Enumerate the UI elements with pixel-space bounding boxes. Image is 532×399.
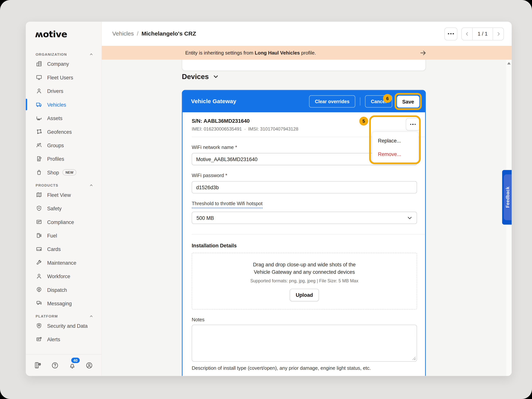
sidebar-item-shop[interactable]: Shop NEW [26, 165, 101, 179]
tutorial-step-badge-5: 5 [359, 117, 368, 125]
main-area: Vehicles / Michelangelo's CRZ 1 / 1 Enti… [102, 22, 512, 376]
dropzone-formats: Supported formats: png, jpg, jpeg | File… [250, 278, 358, 283]
sidebar-item-label: Geofences [47, 129, 72, 134]
app-window: ʍotive ORGANIZATION Company Fleet Users … [26, 22, 512, 376]
notifications-bell-icon[interactable]: 40 [68, 361, 76, 369]
sidebar-item-messaging[interactable]: Messaging [26, 297, 101, 310]
notes-field-wrapper [192, 325, 417, 362]
divider [192, 234, 425, 234]
sidebar-item-security-and-data[interactable]: Security and Data [26, 319, 101, 332]
previous-card-bottom [182, 60, 426, 71]
sidebar: ʍotive ORGANIZATION Company Fleet Users … [26, 22, 102, 376]
building-icon [36, 60, 42, 67]
sidebar-item-fleet-users[interactable]: Fleet Users [26, 70, 101, 84]
upload-button[interactable]: Upload [290, 289, 319, 301]
sidebar-bottom-bar: 40 [26, 354, 101, 376]
clear-overrides-button[interactable]: Clear overrides [309, 95, 355, 108]
wifi-password-input[interactable] [192, 181, 417, 193]
sidebar-item-assets[interactable]: Assets [26, 111, 101, 125]
save-button[interactable]: Save [397, 95, 419, 107]
notes-description-hint: Description of install type (covert/open… [192, 365, 417, 371]
sidebar-item-label: Security and Data [47, 323, 88, 329]
sidebar-item-alerts[interactable]: Alerts [26, 332, 101, 346]
sidebar-organization-list: Company Fleet Users Drivers Vehicles [26, 57, 101, 179]
sidebar-item-label: Workforce [47, 273, 70, 279]
breadcrumb-parent-link[interactable]: Vehicles [112, 30, 134, 37]
device-more-options-button[interactable] [406, 118, 420, 131]
sidebar-item-label: Assets [47, 115, 62, 121]
sidebar-platform-list: Security and Data Alerts [26, 319, 101, 346]
notes-label: Notes [192, 317, 417, 323]
truck-icon [36, 101, 42, 108]
photo-dropzone[interactable]: Drag and drop close-up and wide shots of… [192, 253, 417, 309]
credit-card-icon [36, 246, 42, 253]
threshold-label: Threshold to throttle Wifi hotspot [192, 201, 263, 208]
notes-textarea[interactable] [192, 325, 417, 362]
sidebar-item-fuel[interactable]: Fuel [26, 229, 101, 242]
dispatch-pin-icon [36, 286, 42, 293]
inheritance-banner: Entity is inheriting settings from Long … [102, 46, 512, 60]
sidebar-section-products[interactable]: PRODUCTS [26, 183, 101, 188]
menu-item-replace[interactable]: Replace... [372, 134, 418, 147]
shield-icon [36, 205, 42, 212]
banner-arrow-icon[interactable] [419, 49, 427, 57]
new-badge: NEW [63, 169, 76, 175]
sidebar-item-compliance[interactable]: Compliance [26, 215, 101, 228]
sidebar-item-groups[interactable]: Groups [26, 139, 101, 152]
save-highlight-ring: Save [395, 93, 422, 110]
content-scroll-area: Devices Vehicle Gateway Clear overrides … [102, 60, 512, 376]
motive-logo: ʍotive [26, 22, 101, 41]
trailer-icon [36, 115, 42, 122]
help-icon[interactable] [51, 361, 59, 369]
sidebar-item-cards[interactable]: Cards [26, 242, 101, 256]
card-header: Vehicle Gateway Clear overrides Cancel 6… [183, 91, 425, 112]
sidebar-item-fleet-view[interactable]: Fleet View [26, 188, 101, 201]
person-icon [36, 273, 42, 280]
sidebar-item-label: Company [47, 61, 69, 67]
sidebar-item-profiles[interactable]: Profiles [26, 152, 101, 165]
section-label-platform: PLATFORM [36, 314, 58, 318]
menu-item-remove[interactable]: Remove... [372, 147, 418, 161]
sidebar-item-label: Vehicles [47, 102, 66, 107]
breadcrumb-separator: / [137, 30, 138, 37]
alert-document-icon [36, 336, 42, 343]
sidebar-item-label: Groups [47, 142, 64, 148]
chevron-up-icon [89, 52, 93, 56]
devices-section-header: Devices [182, 73, 219, 81]
dot-separator: · [244, 127, 246, 132]
sidebar-item-company[interactable]: Company [26, 57, 101, 70]
guide-icon[interactable] [34, 361, 42, 369]
profile-name: Long Haul Vehicles [255, 50, 300, 56]
sidebar-item-label: Profiles [47, 156, 64, 162]
account-icon[interactable] [85, 361, 93, 369]
sidebar-section-organization[interactable]: ORGANIZATION [26, 51, 101, 57]
chevron-down-icon[interactable] [213, 74, 219, 79]
dropzone-line1: Drag and drop close-up and wide shots of… [253, 261, 356, 268]
monitor-icon [36, 74, 42, 81]
vehicle-gateway-card: Vehicle Gateway Clear overrides Cancel 6… [182, 90, 426, 376]
serial-number: S/N: AABL36MD231640 [192, 118, 417, 124]
sidebar-item-drivers[interactable]: Drivers [26, 84, 101, 98]
sidebar-item-label: Maintenance [47, 260, 76, 266]
sidebar-item-dispatch[interactable]: Dispatch [26, 283, 101, 296]
sidebar-item-label: Dispatch [47, 287, 67, 293]
sidebar-item-geofences[interactable]: Geofences [26, 125, 101, 138]
shield-lock-icon [36, 322, 42, 329]
feedback-tab[interactable]: Feedback [502, 170, 512, 225]
device-options-menu: Replace... Remove... [372, 132, 418, 163]
pager-previous-button[interactable] [462, 28, 472, 40]
polygon-icon [36, 128, 42, 135]
section-label-products: PRODUCTS [36, 183, 58, 187]
more-options-button[interactable] [444, 27, 457, 40]
threshold-select[interactable]: 500 MB [192, 212, 417, 224]
sidebar-item-vehicles[interactable]: Vehicles [26, 98, 101, 111]
scroll-up-arrow-icon[interactable] [507, 62, 511, 65]
sidebar-item-safety[interactable]: Safety [26, 202, 101, 215]
sidebar-section-platform[interactable]: PLATFORM [26, 314, 101, 319]
sidebar-item-workforce[interactable]: Workforce [26, 269, 101, 283]
chat-bubbles-icon [36, 300, 42, 307]
sidebar-item-maintenance[interactable]: Maintenance [26, 256, 101, 269]
pager-next-button[interactable] [493, 28, 504, 40]
map-icon [36, 191, 42, 198]
chevron-down-icon [407, 215, 412, 220]
